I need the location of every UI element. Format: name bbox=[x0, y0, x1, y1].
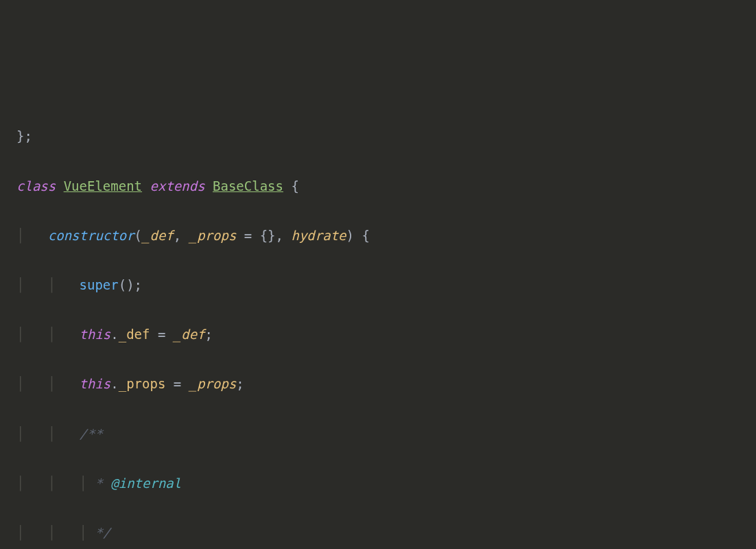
constructor: constructor bbox=[48, 228, 134, 243]
code-line: │ │ /** bbox=[16, 421, 756, 446]
param: _def bbox=[142, 228, 174, 243]
super-call: super bbox=[80, 277, 119, 292]
code-line: │ │ super(); bbox=[16, 272, 756, 297]
keyword-class: class bbox=[16, 178, 56, 194]
comment: /** bbox=[80, 426, 103, 441]
jsdoc-tag: @internal bbox=[110, 476, 181, 491]
code-editor[interactable]: }; class VueElement extends BaseClass { … bbox=[16, 99, 756, 549]
code-line: class VueElement extends BaseClass { bbox=[16, 174, 756, 198]
classname: VueElement bbox=[64, 178, 142, 194]
brace: { bbox=[283, 178, 299, 194]
param: hydrate bbox=[291, 228, 346, 243]
property: _def bbox=[119, 327, 150, 342]
keyword-extends: extends bbox=[150, 178, 205, 194]
property: _props bbox=[119, 376, 166, 391]
code-line: │ │ │ */ bbox=[16, 520, 756, 545]
text: }; bbox=[16, 128, 32, 143]
code-line: │ │ this._props = _props; bbox=[16, 371, 756, 396]
param: _props bbox=[189, 228, 237, 243]
code-line: │ │ this._def = _def; bbox=[16, 322, 756, 347]
base-class: BaseClass bbox=[213, 178, 283, 194]
code-line: │ │ │ * @internal bbox=[16, 471, 756, 495]
code-line: │ constructor(_def, _props = {}, hydrate… bbox=[16, 223, 756, 248]
code-line: }; bbox=[16, 124, 756, 148]
